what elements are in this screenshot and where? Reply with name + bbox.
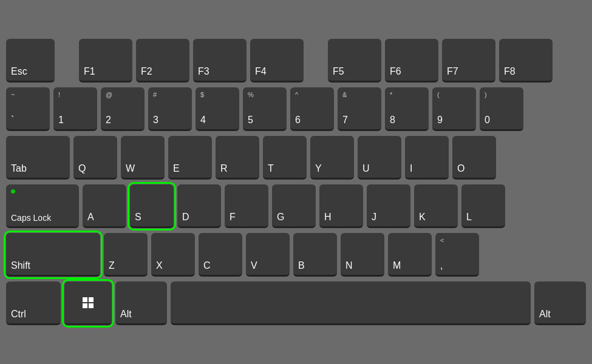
fn-row: Esc F1 F2 F3 F4 F5 F6 F7 F8 — [6, 39, 586, 83]
key-y-label: Y — [315, 163, 322, 174]
key-tab[interactable]: Tab — [6, 136, 70, 180]
key-s[interactable]: S — [130, 184, 174, 228]
key-l[interactable]: L — [461, 184, 505, 228]
key-q[interactable]: Q — [73, 136, 117, 180]
key-8[interactable]: * 8 — [385, 87, 429, 131]
key-u-label: U — [362, 163, 370, 174]
key-m[interactable]: M — [388, 233, 432, 277]
key-8-label: 8 — [390, 115, 395, 126]
key-1-top: ! — [58, 91, 60, 98]
key-f8[interactable]: F8 — [499, 39, 553, 83]
key-f5[interactable]: F5 — [328, 39, 381, 83]
key-f4[interactable]: F4 — [250, 39, 304, 83]
key-esc[interactable]: Esc — [6, 39, 55, 83]
key-grave[interactable]: ~ ` — [6, 87, 50, 131]
key-e-label: E — [173, 163, 180, 174]
key-x[interactable]: X — [151, 233, 195, 277]
caps-lock-indicator — [11, 189, 15, 194]
key-tab-label: Tab — [11, 163, 27, 174]
key-1[interactable]: ! 1 — [53, 87, 97, 131]
key-alt-left[interactable]: Alt — [115, 281, 167, 325]
key-z[interactable]: Z — [104, 233, 148, 277]
key-space[interactable] — [171, 281, 531, 325]
key-b[interactable]: B — [293, 233, 337, 277]
key-0[interactable]: ) 0 — [480, 87, 523, 131]
key-shift-left[interactable]: Shift — [6, 233, 100, 277]
key-7[interactable]: & 7 — [338, 87, 381, 131]
key-g[interactable]: G — [272, 184, 316, 228]
key-q-label: Q — [78, 163, 86, 174]
key-alt-right-label: Alt — [539, 309, 551, 320]
key-5[interactable]: % 5 — [243, 87, 287, 131]
key-comma[interactable]: < , — [435, 233, 479, 277]
key-f8-label: F8 — [504, 66, 515, 77]
key-comma-label: , — [440, 260, 443, 271]
key-g-label: G — [277, 212, 284, 223]
key-k[interactable]: K — [414, 184, 458, 228]
key-f2[interactable]: F2 — [136, 39, 189, 83]
key-c-label: C — [203, 260, 211, 271]
key-n-label: N — [345, 260, 353, 271]
key-w-label: W — [126, 163, 135, 174]
key-y[interactable]: Y — [310, 136, 354, 180]
key-5-top: % — [248, 91, 254, 98]
key-9-top: ( — [437, 91, 440, 98]
key-o[interactable]: O — [452, 136, 496, 180]
key-f1-label: F1 — [84, 66, 95, 77]
key-shift-label: Shift — [11, 260, 30, 271]
key-alt-right[interactable]: Alt — [534, 281, 586, 325]
key-1-label: 1 — [58, 115, 64, 126]
key-v-label: V — [251, 260, 257, 271]
key-6[interactable]: ^ 6 — [290, 87, 334, 131]
key-0-label: 0 — [485, 115, 490, 126]
keyboard: Esc F1 F2 F3 F4 F5 F6 F7 F8 ~ — [0, 0, 592, 364]
key-esc-label: Esc — [11, 66, 27, 77]
key-win[interactable] — [64, 281, 112, 325]
key-k-label: K — [419, 212, 426, 223]
key-z-label: Z — [109, 260, 115, 271]
key-m-label: M — [393, 260, 401, 271]
key-f3[interactable]: F3 — [193, 39, 247, 83]
key-0-top: ) — [485, 91, 487, 98]
key-u[interactable]: U — [358, 136, 401, 180]
key-d[interactable]: D — [177, 184, 221, 228]
key-grave-label: ` — [11, 115, 14, 126]
key-w[interactable]: W — [121, 136, 165, 180]
key-n[interactable]: N — [341, 233, 384, 277]
key-caps-lock[interactable]: Caps Lock — [6, 184, 79, 228]
key-t[interactable]: T — [263, 136, 307, 180]
key-a[interactable]: A — [83, 184, 126, 228]
key-3-top: # — [153, 91, 157, 98]
key-i[interactable]: I — [405, 136, 449, 180]
key-i-label: I — [410, 163, 412, 174]
key-f6[interactable]: F6 — [385, 39, 438, 83]
key-2[interactable]: @ 2 — [101, 87, 145, 131]
key-r-label: R — [220, 163, 228, 174]
key-ctrl-left[interactable]: Ctrl — [6, 281, 61, 325]
key-7-top: & — [342, 91, 347, 98]
key-4[interactable]: $ 4 — [196, 87, 239, 131]
key-j[interactable]: J — [367, 184, 410, 228]
key-f2-label: F2 — [141, 66, 152, 77]
key-f3-label: F3 — [198, 66, 209, 77]
key-9[interactable]: ( 9 — [432, 87, 476, 131]
key-h[interactable]: H — [319, 184, 363, 228]
key-r[interactable]: R — [216, 136, 259, 180]
key-e[interactable]: E — [168, 136, 212, 180]
key-alt-left-label: Alt — [120, 309, 132, 320]
key-5-label: 5 — [248, 115, 253, 126]
key-v[interactable]: V — [246, 233, 290, 277]
key-comma-top: < — [440, 237, 444, 244]
key-f-label: F — [230, 212, 236, 223]
key-6-label: 6 — [295, 115, 301, 126]
key-b-label: B — [298, 260, 305, 271]
key-f5-label: F5 — [333, 66, 344, 77]
key-c[interactable]: C — [199, 233, 242, 277]
qwerty-row: Tab Q W E R T Y U I O — [6, 136, 586, 180]
asdf-row: Caps Lock A S D F G H J K L — [6, 184, 586, 228]
key-3[interactable]: # 3 — [148, 87, 192, 131]
key-f1[interactable]: F1 — [79, 39, 132, 83]
key-f7[interactable]: F7 — [442, 39, 495, 83]
key-f[interactable]: F — [225, 184, 268, 228]
key-d-label: D — [182, 212, 189, 223]
